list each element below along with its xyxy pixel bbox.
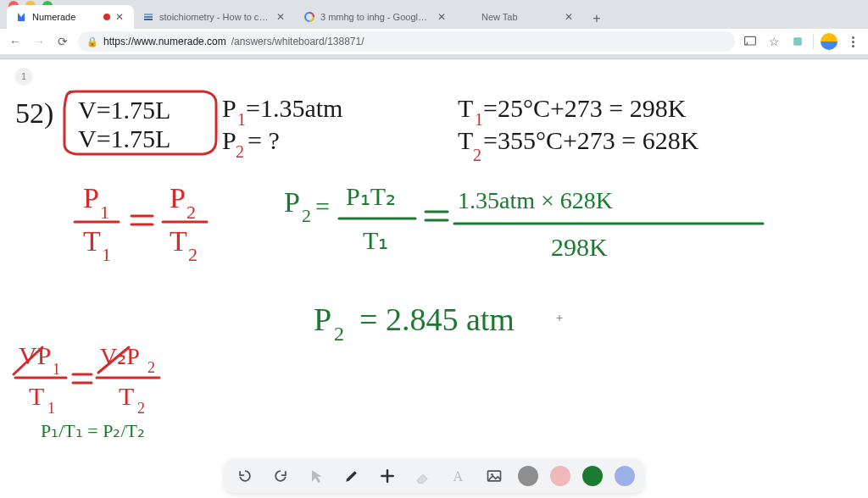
frac1-lnum-sub: 1 <box>100 202 109 223</box>
handwriting-layer: 52) V=1.75L V=1.75L P 1 =1.35atm P 2 = ?… <box>0 59 868 498</box>
p1-sub: 1 <box>237 110 246 129</box>
tab-numerade[interactable]: Numerade ✕ <box>7 5 134 29</box>
p2eq-fnum: P₁T₂ <box>346 182 396 210</box>
url-host: https://www.numerade.com <box>103 36 226 47</box>
frac1-lden-sub: 1 <box>102 244 111 265</box>
cross-lnum-sub: 1 <box>53 361 60 378</box>
stackexchange-favicon-icon <box>142 11 154 23</box>
frac1-rden: T <box>170 225 187 257</box>
result-val: = 2.845 atm <box>359 302 515 337</box>
t1-val: =25°C+273 = 298K <box>483 94 687 122</box>
problem-number-text: 52) <box>15 97 53 130</box>
tab-label: Numerade <box>32 12 95 22</box>
cross-rden-sub: 2 <box>137 400 145 417</box>
eraser-tool-button[interactable] <box>411 464 435 488</box>
browser-chrome: Numerade ✕ stoichiometry - How to calcul… <box>0 0 868 59</box>
svg-text:=: = <box>315 192 330 220</box>
kebab-menu-icon[interactable] <box>844 33 861 50</box>
tab-label: stoichiometry - How to calcula <box>159 12 271 22</box>
color-pink-button[interactable] <box>550 466 570 486</box>
color-green-button[interactable] <box>582 466 603 486</box>
svg-rect-6 <box>793 37 802 46</box>
back-button[interactable]: ← <box>7 33 24 50</box>
tab-close-icon[interactable]: ✕ <box>565 12 575 22</box>
cast-icon[interactable] <box>742 33 759 50</box>
p2-val: = ? <box>248 126 280 154</box>
url-path: /answers/whiteboard/138871/ <box>231 36 364 47</box>
tab-label: New Tab <box>481 12 559 22</box>
pen-tool-button[interactable] <box>340 464 364 488</box>
pointer-tool-button[interactable] <box>304 464 328 488</box>
recording-indicator-icon <box>103 14 110 20</box>
profile-avatar-icon[interactable] <box>821 33 837 50</box>
color-grey-button[interactable] <box>518 466 538 486</box>
address-bar-row: ← → ⟳ 🔒 https://www.numerade.com/answers… <box>0 29 868 54</box>
svg-rect-5 <box>745 36 756 45</box>
v1-text: V=1.75L <box>78 96 170 124</box>
tab-close-icon[interactable]: ✕ <box>115 12 125 22</box>
p2eq-rden: 298K <box>551 233 608 261</box>
new-tab-button[interactable]: + <box>587 8 607 29</box>
frac1-rnum: P <box>170 182 186 213</box>
p2eq-fden: T₁ <box>363 226 388 254</box>
redo-button[interactable] <box>269 464 292 488</box>
color-blue-button[interactable] <box>615 466 635 486</box>
result-left: P <box>314 302 331 337</box>
cross-rden: T <box>119 382 134 410</box>
p2-sub: 2 <box>236 142 244 161</box>
reload-button[interactable]: ⟳ <box>54 33 71 50</box>
t2-sub: 2 <box>473 146 481 164</box>
numerade-favicon-icon <box>15 11 27 23</box>
p2eq-rnum: 1.35atm × 628K <box>458 187 613 213</box>
p1-val: =1.35atm <box>246 94 342 122</box>
v2-text: V=1.75L <box>78 125 170 152</box>
t1-sub: 1 <box>475 110 483 129</box>
tab-strip: Numerade ✕ stoichiometry - How to calcul… <box>0 5 868 29</box>
image-tool-button[interactable] <box>482 464 506 488</box>
svg-rect-2 <box>144 16 153 18</box>
frac1-lden: T <box>83 225 101 257</box>
svg-rect-3 <box>144 19 153 20</box>
tab-new-tab[interactable]: New Tab ✕ <box>456 5 583 29</box>
tab-close-icon[interactable]: ✕ <box>437 12 448 22</box>
t2-val: =355°C+273 = 628K <box>483 126 699 154</box>
p2eq-left-sub: 2 <box>302 205 311 226</box>
p1-label: P <box>222 94 236 122</box>
lock-icon: 🔒 <box>86 36 98 47</box>
t2-label: T <box>458 126 473 154</box>
t1-label: T <box>458 94 473 122</box>
star-icon[interactable]: ☆ <box>765 33 782 50</box>
frac1-rnum-sub: 2 <box>186 202 196 223</box>
toolbar-divider <box>813 34 814 49</box>
tab-google-search[interactable]: 3 mmhg to inhg - Google Sear ✕ <box>295 5 456 29</box>
whiteboard-toolbar: A <box>225 459 643 493</box>
frac1-lnum: P <box>83 182 99 213</box>
svg-marker-0 <box>18 13 25 21</box>
cross-lden: T <box>29 382 44 410</box>
cross-lden-sub: 1 <box>47 400 55 417</box>
svg-text:A: A <box>453 468 463 484</box>
cursor-crosshair-icon: + <box>556 311 563 324</box>
frac1-rden-sub: 2 <box>188 244 198 265</box>
add-tool-button[interactable] <box>376 464 399 488</box>
forward-button[interactable]: → <box>31 33 47 50</box>
cross-rnum-sub: 2 <box>147 359 155 376</box>
whiteboard-canvas[interactable]: 1 52) V=1.75L V=1.75L P 1 =1.35atm P 2 =… <box>0 59 868 498</box>
undo-button[interactable] <box>233 464 257 488</box>
svg-rect-1 <box>144 14 153 15</box>
p2-label: P <box>222 126 236 154</box>
tab-stoichiometry[interactable]: stoichiometry - How to calcula ✕ <box>134 5 295 29</box>
result-left-sub: 2 <box>334 323 344 345</box>
tab-label: 3 mmhg to inhg - Google Sear <box>320 12 432 22</box>
simplify-text: P₁/T₁ = P₂/T₂ <box>41 420 145 441</box>
blank-favicon-icon <box>465 11 476 23</box>
url-bar[interactable]: 🔒 https://www.numerade.com/answers/white… <box>78 31 735 52</box>
tab-close-icon[interactable]: ✕ <box>276 12 287 22</box>
p2eq-left: P <box>284 186 300 218</box>
google-favicon-icon <box>303 11 315 23</box>
text-tool-button[interactable]: A <box>447 464 470 488</box>
extension-icon[interactable] <box>789 33 806 50</box>
